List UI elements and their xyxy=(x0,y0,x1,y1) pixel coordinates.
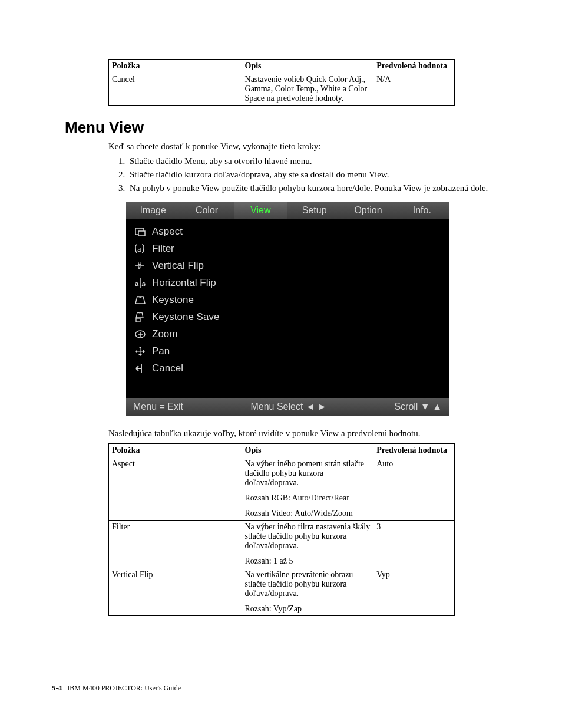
cell-def: Vyp xyxy=(373,568,455,616)
horizontal-flip-icon: aa xyxy=(132,277,148,289)
cell-desc: Na výber iného pomeru strán stlačte tlač… xyxy=(242,457,373,521)
cell-def: 3 xyxy=(373,521,455,568)
status-mid: Menu Select ◄ ► xyxy=(250,401,327,412)
menu-item-aspect: Aspect xyxy=(132,223,443,240)
step-3: Na pohyb v ponuke View použite tlačidlo … xyxy=(127,183,497,193)
svg-text:a: a xyxy=(135,280,139,287)
menu-label: Zoom xyxy=(152,328,177,340)
menu-item-cancel: Cancel xyxy=(132,360,443,377)
table-cancel: Položka Opis Predvolená hodnota Cancel N… xyxy=(108,59,455,106)
cell-desc: Na výber iného filtra nastavenia škály s… xyxy=(242,521,373,568)
menu-item-horizontal-flip: aa Horizontal Flip xyxy=(132,274,443,291)
table-row: Vertical Flip Na vertikálne prevrátenie … xyxy=(109,568,455,616)
heading-menu-view: Menu View xyxy=(65,118,497,137)
th-def: Predvolená hodnota xyxy=(373,60,455,73)
tab-setup: Setup xyxy=(287,202,341,219)
cell-item: Filter xyxy=(109,521,242,568)
th-desc: Opis xyxy=(242,444,373,457)
table-row: Filter Na výber iného filtra nastavenia … xyxy=(109,521,455,568)
menu-label: Cancel xyxy=(152,363,183,374)
menu-item-vertical-flip: aa Vertical Flip xyxy=(132,257,443,274)
tab-view: View xyxy=(234,202,287,219)
menu-label: Keystone xyxy=(152,294,194,306)
aspect-icon xyxy=(132,226,148,238)
status-right: Scroll ▼ ▲ xyxy=(394,401,442,412)
filter-icon: a xyxy=(132,243,148,255)
menu-item-filter: a Filter xyxy=(132,240,443,257)
osd-screenshot: Image Color View Setup Option Info. Aspe… xyxy=(126,202,449,416)
table-intro: Nasledujúca tabuľka ukazuje voľby, ktoré… xyxy=(108,429,497,439)
steps-list: Stlačte tlačidlo Menu, aby sa otvorilo h… xyxy=(127,156,497,193)
cell-def: Auto xyxy=(373,457,455,521)
osd-status-bar: Menu = Exit Menu Select ◄ ► Scroll ▼ ▲ xyxy=(126,398,449,416)
menu-item-keystone: Keystone xyxy=(132,291,443,308)
cell-item: Aspect xyxy=(109,457,242,521)
svg-text:a: a xyxy=(137,244,141,253)
menu-label: Filter xyxy=(152,243,174,255)
page-number: 5-4 xyxy=(52,683,62,692)
cell-item: Vertical Flip xyxy=(109,568,242,616)
table-view-options: Položka Opis Predvolená hodnota Aspect N… xyxy=(108,443,455,616)
th-item: Položka xyxy=(109,444,242,457)
table-row: Aspect Na výber iného pomeru strán stlač… xyxy=(109,457,455,521)
menu-item-zoom: Zoom xyxy=(132,325,443,342)
zoom-icon xyxy=(132,328,148,340)
page-footer: 5-4 IBM M400 PROJECTOR: User's Guide xyxy=(52,683,181,693)
cell-def: N/A xyxy=(373,73,455,106)
tab-option: Option xyxy=(341,202,395,219)
cell-desc: Nastavenie volieb Quick Color Adj., Gamm… xyxy=(242,73,373,106)
osd-tabs: Image Color View Setup Option Info. xyxy=(126,202,449,219)
table-row: Cancel Nastavenie volieb Quick Color Adj… xyxy=(109,73,455,106)
cancel-icon xyxy=(132,363,148,374)
intro-text: Keď sa chcete dostať k ponuke View, vyko… xyxy=(108,141,497,151)
doc-title: IBM M400 PROJECTOR: User's Guide xyxy=(67,684,181,692)
th-desc: Opis xyxy=(242,60,373,73)
tab-color: Color xyxy=(180,202,233,219)
menu-label: Vertical Flip xyxy=(152,260,204,272)
tab-info: Info. xyxy=(395,202,449,219)
menu-item-pan: Pan xyxy=(132,342,443,360)
cell-desc: Na vertikálne prevrátenie obrazu stlačte… xyxy=(242,568,373,616)
th-def: Predvolená hodnota xyxy=(373,444,455,457)
tab-image: Image xyxy=(126,202,180,219)
pan-icon xyxy=(132,345,148,357)
osd-body: Aspect a Filter aa Vertical Flip aa Hori… xyxy=(126,219,449,398)
keystone-icon xyxy=(132,294,148,306)
keystone-save-icon xyxy=(132,311,148,323)
cell-item: Cancel xyxy=(109,73,242,106)
status-left: Menu = Exit xyxy=(133,401,183,412)
svg-text:a: a xyxy=(141,280,146,287)
menu-label: Aspect xyxy=(152,226,183,238)
th-item: Položka xyxy=(109,60,242,73)
svg-rect-1 xyxy=(138,231,145,236)
svg-rect-9 xyxy=(136,318,140,322)
step-2: Stlačte tlačidlo kurzora doľava/doprava,… xyxy=(127,170,497,180)
vertical-flip-icon: aa xyxy=(132,260,148,272)
step-1: Stlačte tlačidlo Menu, aby sa otvorilo h… xyxy=(127,156,497,166)
menu-label: Horizontal Flip xyxy=(152,277,216,289)
menu-label: Pan xyxy=(152,345,170,357)
menu-label: Keystone Save xyxy=(152,311,219,323)
menu-item-keystone-save: Keystone Save xyxy=(132,308,443,325)
